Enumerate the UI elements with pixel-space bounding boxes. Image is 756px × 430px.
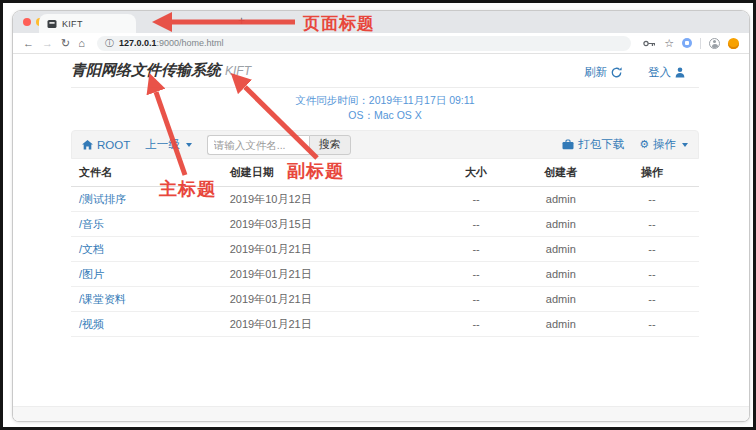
login-link[interactable]: 登入 [648,65,685,80]
home-button[interactable]: ⌂ [78,38,85,49]
screenshot-frame: KIFT + ← → ↻ ⌂ ⓘ 127.0.0.1:9000/home.htm… [0,0,756,430]
cell-date: 2019年01月21日 [222,237,436,262]
file-panel: ROOT 上一级 搜索 [71,130,699,337]
cell-size: -- [435,262,517,287]
cell-creator: admin [517,237,605,262]
tab-favicon-icon [47,19,57,29]
cell-date: 2019年10月12日 [222,187,436,212]
reload-button[interactable]: ↻ [61,38,70,49]
toolbar-separator [700,38,701,49]
refresh-label: 刷新 [584,65,607,80]
page-info-icon[interactable]: ⓘ [105,37,114,50]
cell-operations: -- [605,312,699,337]
cell-creator: admin [517,212,605,237]
cell-creator: admin [517,262,605,287]
operations-label: 操作 [653,137,676,152]
back-button[interactable]: ← [23,38,34,49]
parent-folder-label: 上一级 [145,137,180,152]
folder-link[interactable]: /音乐 [79,218,104,230]
table-row: /文档 2019年01月21日 -- admin -- [71,237,699,262]
address-bar: ← → ↻ ⌂ ⓘ 127.0.0.1:9000/home.html ☆ [13,33,749,54]
package-download-button[interactable]: 打包下载 [562,137,624,152]
forward-button[interactable]: → [42,38,53,49]
table-row: /图片 2019年01月21日 -- admin -- [71,262,699,287]
briefcase-icon [562,139,574,150]
browser-window: KIFT + ← → ↻ ⌂ ⓘ 127.0.0.1:9000/home.htm… [13,11,749,421]
site-titles: 青阳网络文件传输系统KIFT [71,61,251,80]
account-icon[interactable] [728,38,739,49]
search-input[interactable] [207,135,309,155]
file-table-body: /测试排序 2019年10月12日 -- admin -- /音乐 2019年0… [71,187,699,337]
extension-icon[interactable] [682,38,692,48]
cell-size: -- [435,187,517,212]
tab-strip: KIFT + [13,11,749,33]
site-title: 青阳网络文件传输系统 [71,61,221,78]
annotation-main-title: 主标题 [159,177,216,201]
sync-info: 文件同步时间：2019年11月17日 09:11 OS：Mac OS X [71,93,699,123]
cell-date: 2019年01月21日 [222,262,436,287]
url-bar[interactable]: ⓘ 127.0.0.1:9000/home.html [97,36,631,51]
cell-creator: admin [517,287,605,312]
cell-creator: admin [517,312,605,337]
os-text: OS：Mac OS X [71,108,699,123]
gear-icon: ⚙ [639,139,649,150]
cell-operations: -- [605,287,699,312]
password-key-icon[interactable] [643,39,656,48]
cell-operations: -- [605,187,699,212]
folder-link[interactable]: /图片 [79,268,104,280]
login-label: 登入 [648,65,671,80]
window-footer [13,406,749,421]
home-folder-icon [82,140,93,150]
bookmark-star-icon[interactable]: ☆ [664,37,674,50]
cell-date: 2019年01月21日 [222,287,436,312]
page-header: 青阳网络文件传输系统KIFT 刷新 登入 [71,54,699,88]
root-label: ROOT [97,139,130,151]
close-window-button[interactable] [23,18,31,26]
operations-dropdown[interactable]: ⚙ 操作 [639,137,688,152]
cell-date: 2019年03月15日 [222,212,436,237]
folder-link[interactable]: /文档 [79,243,104,255]
chevron-down-icon [186,143,192,147]
parent-folder-button[interactable]: 上一级 [145,137,192,152]
site-subtitle: KIFT [225,64,251,78]
table-row: /视频 2019年01月21日 -- admin -- [71,312,699,337]
cell-creator: admin [517,187,605,212]
folder-link[interactable]: /课堂资料 [79,293,126,305]
col-header-operations: 操作 [605,159,699,187]
new-tab-button[interactable]: + [238,14,245,28]
file-toolbar: ROOT 上一级 搜索 [71,130,699,159]
cell-operations: -- [605,237,699,262]
col-header-creator: 创建者 [517,159,605,187]
package-download-label: 打包下载 [578,137,624,152]
annotation-page-title: 页面标题 [303,12,375,35]
cell-size: -- [435,287,517,312]
url-text: 127.0.0.1:9000/home.html [119,38,224,48]
search-button[interactable]: 搜索 [309,135,351,155]
cell-date: 2019年01月21日 [222,312,436,337]
annotation-subtitle: 副标题 [287,159,344,183]
root-button[interactable]: ROOT [82,139,130,151]
cell-operations: -- [605,262,699,287]
table-row: /课堂资料 2019年01月21日 -- admin -- [71,287,699,312]
folder-link[interactable]: /视频 [79,318,104,330]
table-row: /音乐 2019年03月15日 -- admin -- [71,212,699,237]
cell-operations: -- [605,212,699,237]
folder-link[interactable]: /测试排序 [79,193,126,205]
profile-avatar-icon[interactable] [709,38,720,49]
cell-size: -- [435,312,517,337]
refresh-link[interactable]: 刷新 [584,65,622,80]
browser-tab[interactable]: KIFT [39,14,136,33]
cell-size: -- [435,237,517,262]
sync-time-text: 文件同步时间：2019年11月17日 09:11 [71,93,699,108]
cell-size: -- [435,212,517,237]
col-header-size: 大小 [435,159,517,187]
user-icon [675,67,685,78]
tab-title: KIFT [62,19,83,29]
chevron-down-icon [682,143,688,147]
refresh-icon [611,67,622,78]
search-group: 搜索 [207,135,351,155]
page-content: 青阳网络文件传输系统KIFT 刷新 登入 [13,54,749,421]
